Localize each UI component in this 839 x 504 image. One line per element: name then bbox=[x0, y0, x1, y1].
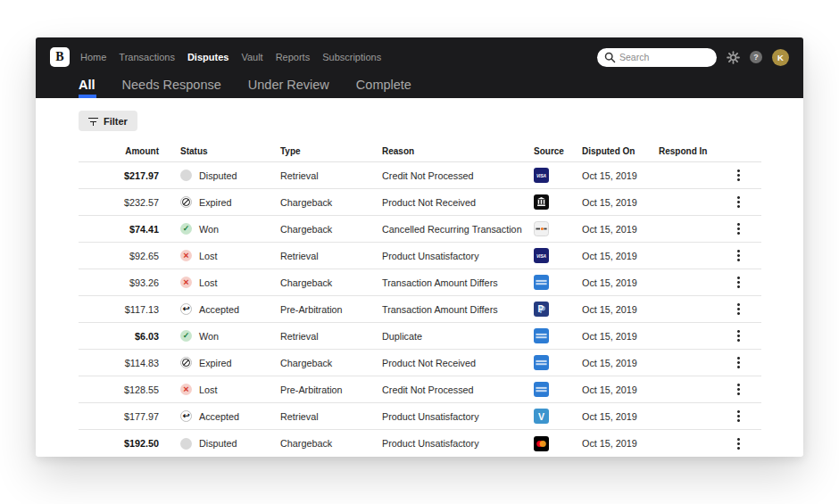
row-actions-kebab-icon[interactable] bbox=[737, 249, 740, 262]
disputes-table: Amount Status Type Reason Source Dispute… bbox=[79, 143, 761, 457]
nav-item-disputes[interactable]: Disputes bbox=[187, 52, 228, 62]
nav-item-reports[interactable]: Reports bbox=[276, 52, 311, 62]
table-row[interactable]: $128.55 Lost Pre-Arbitration Credit Not … bbox=[79, 376, 761, 403]
dispute-status: Won bbox=[180, 330, 280, 342]
table-row[interactable]: $6.03 Won Retrieval Duplicate Oct 15, 20… bbox=[79, 323, 761, 350]
row-actions-kebab-icon[interactable] bbox=[737, 302, 740, 316]
status-label: Won bbox=[199, 224, 219, 235]
svg-text:VISA: VISA bbox=[536, 174, 547, 178]
dispute-reason: Credit Not Processed bbox=[382, 384, 534, 395]
dispute-source bbox=[534, 194, 582, 210]
dispute-amount: $93.26 bbox=[79, 277, 159, 288]
table-row[interactable]: $114.83 Expired Chargeback Product Not R… bbox=[79, 350, 761, 376]
row-actions-kebab-icon[interactable] bbox=[737, 437, 740, 450]
dispute-reason: Transaction Amount Differs bbox=[382, 277, 534, 288]
bank-card-icon bbox=[534, 194, 549, 210]
dispute-source: VISA bbox=[534, 168, 582, 183]
row-actions-kebab-icon[interactable] bbox=[737, 195, 740, 209]
help-icon[interactable]: ? bbox=[750, 51, 762, 63]
tab-under-review[interactable]: Under Review bbox=[248, 70, 329, 98]
nav-item-vault[interactable]: Vault bbox=[241, 52, 262, 62]
dispute-status: Disputed bbox=[180, 438, 280, 450]
dispute-reason: Cancelled Recurring Transaction bbox=[382, 224, 534, 235]
primary-nav: Home Transactions Disputes Vault Reports… bbox=[80, 52, 381, 62]
status-label: Lost bbox=[199, 384, 217, 395]
dispute-source: PP bbox=[534, 302, 582, 317]
tab-complete[interactable]: Complete bbox=[356, 70, 411, 98]
dispute-amount: $128.55 bbox=[79, 384, 159, 395]
table-row[interactable]: $177.97 Accepted Retrieval Product Unsat… bbox=[79, 403, 761, 430]
status-lost-icon bbox=[180, 250, 192, 261]
column-header-status: Status bbox=[180, 146, 280, 156]
dispute-status: Won bbox=[180, 223, 280, 235]
row-actions-kebab-icon[interactable] bbox=[737, 409, 740, 423]
disputes-table-body: $217.97 Disputed Retrieval Credit Not Pr… bbox=[79, 162, 761, 457]
user-avatar[interactable]: K bbox=[772, 49, 789, 66]
dispute-source: VISA bbox=[534, 248, 582, 263]
table-header-row: Amount Status Type Reason Source Dispute… bbox=[79, 143, 761, 162]
mastercard-card-icon bbox=[534, 436, 549, 451]
dispute-status: Accepted bbox=[180, 410, 280, 422]
table-row[interactable]: $217.97 Disputed Retrieval Credit Not Pr… bbox=[79, 162, 761, 189]
dispute-type: Chargeback bbox=[280, 224, 382, 235]
disputed-on-date: Oct 15, 2019 bbox=[582, 384, 659, 395]
row-actions-kebab-icon[interactable] bbox=[737, 356, 740, 369]
tab-needs-response[interactable]: Needs Response bbox=[122, 70, 221, 98]
dispute-source bbox=[534, 275, 582, 290]
dispute-type: Retrieval bbox=[280, 170, 382, 181]
table-row[interactable]: $117.13 Accepted Pre-Arbitration Transac… bbox=[79, 296, 761, 323]
status-label: Accepted bbox=[199, 304, 239, 315]
nav-item-transactions[interactable]: Transactions bbox=[119, 52, 175, 62]
tab-all[interactable]: All bbox=[79, 70, 96, 98]
table-row[interactable]: $74.41 Won Chargeback Cancelled Recurrin… bbox=[79, 216, 761, 243]
disputed-on-date: Oct 15, 2019 bbox=[582, 277, 659, 288]
amex-card-icon bbox=[534, 382, 549, 397]
dispute-amount: $92.65 bbox=[79, 251, 159, 261]
dispute-type: Pre-Arbitration bbox=[280, 304, 382, 315]
nav-item-subscriptions[interactable]: Subscriptions bbox=[322, 52, 381, 62]
search-box bbox=[597, 48, 717, 67]
dispute-reason: Product Unsatisfactory bbox=[382, 411, 534, 422]
status-disputed-icon bbox=[180, 438, 192, 450]
search-icon bbox=[604, 52, 616, 63]
amex-card-icon bbox=[534, 328, 549, 343]
table-row[interactable]: $192.50 Disputed Chargeback Product Unsa… bbox=[79, 430, 761, 457]
status-disputed-icon bbox=[180, 169, 192, 181]
row-actions-kebab-icon[interactable] bbox=[737, 383, 740, 396]
table-row[interactable]: $93.26 Lost Chargeback Transaction Amoun… bbox=[79, 269, 761, 296]
dispute-reason: Duplicate bbox=[382, 331, 534, 342]
disputes-tab-bar: All Needs Response Under Review Complete bbox=[50, 70, 789, 98]
column-header-reason: Reason bbox=[382, 146, 534, 156]
row-actions-kebab-icon[interactable] bbox=[737, 276, 740, 289]
nav-item-home[interactable]: Home bbox=[80, 52, 106, 62]
dispute-type: Pre-Arbitration bbox=[280, 384, 382, 395]
disputed-on-date: Oct 15, 2019 bbox=[582, 304, 659, 315]
disputed-on-date: Oct 15, 2019 bbox=[582, 331, 659, 342]
paypal-card-icon: PP bbox=[534, 302, 549, 317]
dispute-reason: Credit Not Processed bbox=[382, 170, 534, 181]
table-row[interactable]: $232.57 Expired Chargeback Product Not R… bbox=[79, 189, 761, 216]
table-row[interactable]: $92.65 Lost Retrieval Product Unsatisfac… bbox=[79, 243, 761, 269]
row-actions-kebab-icon[interactable] bbox=[737, 169, 740, 182]
visa-card-icon: VISA bbox=[534, 168, 549, 183]
row-actions-kebab-icon[interactable] bbox=[737, 329, 740, 343]
amex-card-icon bbox=[534, 355, 549, 370]
disputed-on-date: Oct 15, 2019 bbox=[582, 358, 659, 368]
status-won-icon bbox=[180, 330, 192, 342]
dispute-source bbox=[534, 382, 582, 397]
row-actions-kebab-icon[interactable] bbox=[737, 222, 740, 235]
amex-card-icon bbox=[534, 275, 549, 290]
status-accepted-icon bbox=[180, 303, 192, 315]
brand-logo[interactable]: B bbox=[50, 47, 70, 67]
dispute-status: Lost bbox=[180, 250, 280, 261]
app-header: B Home Transactions Disputes Vault Repor… bbox=[36, 37, 803, 98]
filter-button[interactable]: Filter bbox=[79, 111, 137, 131]
status-label: Accepted bbox=[199, 411, 239, 422]
settings-gear-icon[interactable] bbox=[727, 51, 740, 64]
disputed-on-date: Oct 15, 2019 bbox=[582, 438, 659, 449]
dispute-type: Retrieval bbox=[280, 251, 382, 261]
dispute-amount: $232.57 bbox=[79, 197, 159, 208]
dispute-type: Retrieval bbox=[280, 411, 382, 422]
dispute-amount: $6.03 bbox=[79, 331, 159, 342]
visa-card-icon: VISA bbox=[534, 248, 549, 263]
